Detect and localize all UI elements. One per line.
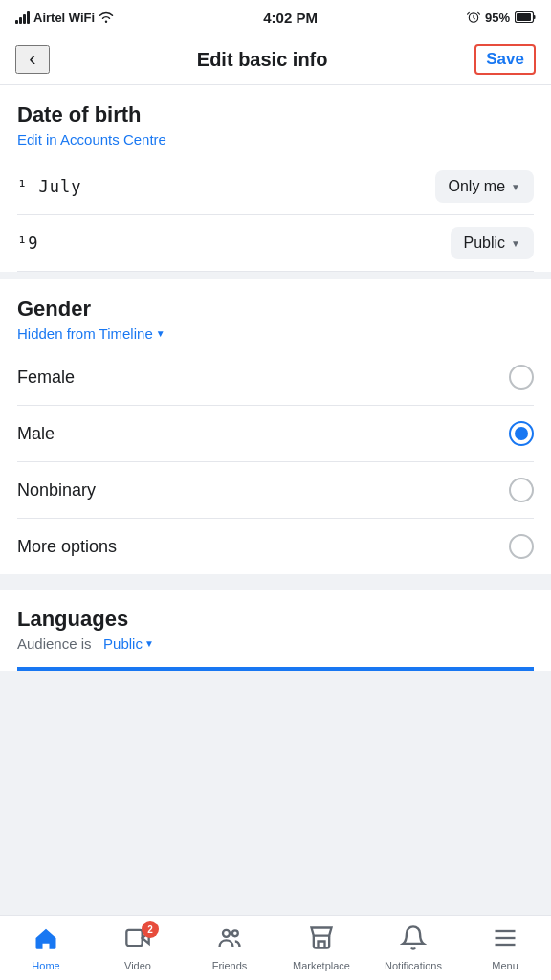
nav-friends[interactable]: Friends <box>184 919 276 977</box>
status-right: 95% <box>467 11 536 25</box>
svg-point-6 <box>223 930 230 937</box>
home-icon <box>33 924 59 958</box>
nav-video[interactable]: 2 Video <box>92 919 184 977</box>
signal-bars <box>15 11 30 24</box>
scroll-area: Date of birth Edit in Accounts Centre ¹ … <box>0 85 551 747</box>
svg-rect-4 <box>126 930 142 946</box>
menu-icon <box>492 924 518 958</box>
chevron-down-icon-3: ▼ <box>156 328 165 339</box>
dob-month-privacy-label: Only me <box>449 178 506 195</box>
languages-section: Languages Audience is Public ▼ <box>0 590 551 671</box>
edit-accounts-centre-link[interactable]: Edit in Accounts Centre <box>17 131 166 147</box>
svg-rect-3 <box>534 15 536 19</box>
languages-title: Languages <box>17 607 534 632</box>
audience-value: Public <box>103 635 143 652</box>
gender-label-more: More options <box>17 537 117 557</box>
gender-option-male[interactable]: Male <box>17 406 534 462</box>
languages-blue-bar <box>17 667 534 671</box>
nav-marketplace-label: Marketplace <box>293 960 350 971</box>
dob-year-privacy-label: Public <box>464 234 506 252</box>
dob-section: Date of birth Edit in Accounts Centre ¹ … <box>0 85 551 272</box>
dob-row-year: ¹9 Public ▼ <box>17 215 534 272</box>
section-divider-2 <box>0 574 551 582</box>
gender-label-female: Female <box>17 368 75 388</box>
video-icon: 2 <box>124 924 151 958</box>
nav-notifications[interactable]: Notifications <box>367 919 459 977</box>
section-divider-1 <box>0 272 551 279</box>
battery-icon <box>515 11 536 23</box>
dob-title: Date of birth <box>17 102 534 127</box>
back-button[interactable]: ‹ <box>15 45 50 74</box>
chevron-down-icon-4: ▼ <box>144 638 154 649</box>
nav-menu[interactable]: Menu <box>459 919 551 977</box>
svg-point-7 <box>232 930 238 936</box>
nav-marketplace[interactable]: Marketplace <box>276 919 367 977</box>
gender-title: Gender <box>17 297 534 322</box>
nav-home[interactable]: Home <box>0 919 92 977</box>
dob-row-month: ¹ July Only me ▼ <box>17 159 534 215</box>
bottom-nav: Home 2 Video Friends <box>0 915 551 980</box>
gender-option-female[interactable]: Female <box>17 349 534 406</box>
dob-year-value: ¹9 <box>17 234 38 253</box>
dob-year-privacy-btn[interactable]: Public ▼ <box>451 227 534 259</box>
page-title: Edit basic info <box>197 49 328 71</box>
radio-nonbinary <box>509 478 534 502</box>
gender-label-nonbinary: Nonbinary <box>17 480 96 501</box>
status-left: Airtel WiFi <box>15 11 114 25</box>
status-bar: Airtel WiFi 4:02 PM 95% <box>0 0 551 34</box>
gender-option-more[interactable]: More options <box>17 519 534 574</box>
dob-month-privacy-btn[interactable]: Only me ▼ <box>435 170 534 203</box>
chevron-down-icon-2: ▼ <box>511 238 520 249</box>
battery-pct: 95% <box>485 11 510 25</box>
nav-home-label: Home <box>32 960 59 971</box>
carrier-label: Airtel WiFi <box>33 11 95 25</box>
gender-label-male: Male <box>17 424 55 444</box>
languages-subtitle: Audience is Public ▼ <box>17 635 534 652</box>
nav-friends-label: Friends <box>212 960 248 971</box>
radio-female <box>509 365 534 390</box>
gender-section: Gender Hidden from Timeline ▼ Female Mal… <box>0 279 551 574</box>
status-time: 4:02 PM <box>263 10 318 26</box>
nav-video-label: Video <box>124 960 151 971</box>
chevron-down-icon: ▼ <box>511 182 520 192</box>
notifications-icon <box>400 924 427 958</box>
top-nav: ‹ Edit basic info Save <box>0 34 551 85</box>
marketplace-icon <box>308 924 335 958</box>
svg-rect-2 <box>517 13 531 21</box>
wifi-icon <box>99 11 114 23</box>
nav-menu-label: Menu <box>492 960 518 971</box>
radio-more <box>509 534 534 559</box>
hidden-from-timeline[interactable]: Hidden from Timeline ▼ <box>17 325 165 342</box>
video-badge: 2 <box>142 921 159 938</box>
save-button[interactable]: Save <box>474 44 536 75</box>
dob-month-value: ¹ July <box>17 177 81 196</box>
radio-male <box>509 421 534 446</box>
audience-label: Audience is <box>17 635 92 652</box>
audience-value-link[interactable]: Public ▼ <box>103 635 154 652</box>
gender-option-nonbinary[interactable]: Nonbinary <box>17 462 534 519</box>
alarm-icon <box>467 11 480 24</box>
nav-notifications-label: Notifications <box>385 960 442 971</box>
friends-icon <box>216 924 243 958</box>
